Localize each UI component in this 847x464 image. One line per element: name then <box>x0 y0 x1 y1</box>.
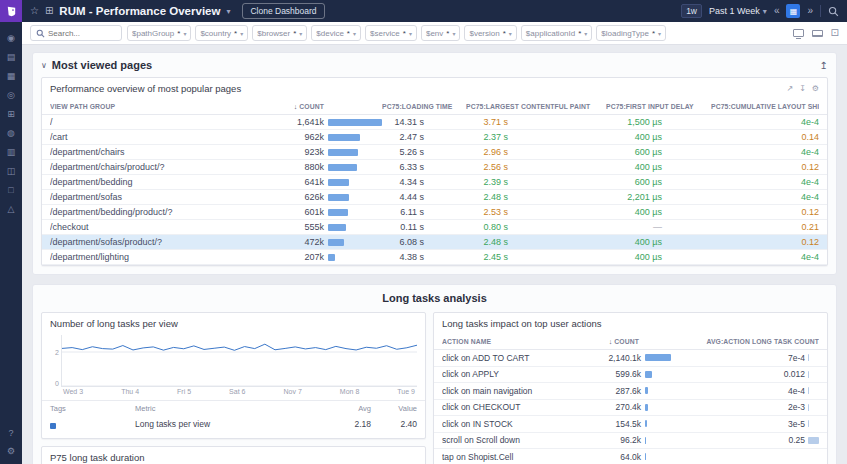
favorite-star-icon[interactable]: ☆ <box>30 6 39 16</box>
loading-time-value: 6.11 s <box>382 207 424 217</box>
view-path-cell[interactable]: /department/sofas/product/? <box>50 237 270 247</box>
table-row[interactable]: /department/lighting207k4.38 s2.45 s400 … <box>42 250 827 265</box>
monitors-icon[interactable]: ◎ <box>7 91 15 100</box>
view-path-cell[interactable]: /department/sofas <box>50 192 270 202</box>
security-icon[interactable]: □ <box>8 186 13 195</box>
column-header-cls[interactable]: PC75:CUMULATIVE LAYOUT SHIFT <box>711 103 819 110</box>
table-row[interactable]: /department/bedding641k4.34 s2.39 s600 µ… <box>42 175 827 190</box>
table-row[interactable]: /1,641k14.31 s3.71 s1,500 µs4e-4 <box>42 115 827 130</box>
time-range-shortcut[interactable]: 1w <box>681 4 702 18</box>
filter-variable-version[interactable]: $version*▾ <box>464 25 516 41</box>
column-header-fid[interactable]: PC75:FIRST INPUT DELAY <box>606 103 711 110</box>
action-name-cell[interactable]: click on IN STOCK <box>442 419 559 429</box>
clone-dashboard-button[interactable]: Clone Dashboard <box>242 3 324 19</box>
view-path-cell[interactable]: /department/bedding/product/? <box>50 207 270 217</box>
count-bar-fill <box>328 254 335 261</box>
table-row[interactable]: click on ADD TO CART2,140.1k7e-4 <box>434 350 827 367</box>
infrastructure-icon[interactable]: ▦ <box>7 72 16 81</box>
table-row[interactable]: /department/bedding/product/?601k6.11 s2… <box>42 205 827 220</box>
table-row[interactable]: click on CHECKOUT270.4k2e-3 <box>434 400 827 417</box>
avg-bar <box>808 404 819 411</box>
action-name-cell[interactable]: tap on Shopist.Cell <box>442 452 559 462</box>
fullscreen-icon[interactable]: ⊡ <box>831 28 839 38</box>
cls-value: 4e-4 <box>801 177 819 187</box>
share-icon[interactable]: ↥ <box>820 60 828 71</box>
laptop-icon[interactable] <box>812 30 823 37</box>
table-row[interactable]: /checkout555k0.11 s0.80 s—0.21 <box>42 220 827 235</box>
action-name-cell[interactable]: click on ADD TO CART <box>442 353 559 363</box>
filter-variable-applicationId[interactable]: $applicationId*▾ <box>521 25 593 41</box>
table-row[interactable]: click on main navigation287.6k4e-4 <box>434 383 827 400</box>
column-header-count[interactable]: ↓COUNT <box>270 103 382 110</box>
search-input[interactable] <box>48 29 116 38</box>
view-path-cell[interactable]: /department/lighting <box>50 252 270 262</box>
layout-grid-icon[interactable]: ▦ <box>786 4 800 18</box>
dashboards-list-icon[interactable]: ⊞ <box>45 6 53 16</box>
filter-variable-service[interactable]: $service*▾ <box>365 25 417 41</box>
loading-time-value: 4.34 s <box>382 177 424 187</box>
avg-long-task-cell: 7e-4 <box>671 353 819 363</box>
action-name-cell[interactable]: scroll on Scroll down <box>442 435 559 445</box>
column-header-avg-long-task-count[interactable]: AVG:ACTION LONG TASK COUNT <box>671 338 819 345</box>
tv-mode-icon[interactable] <box>793 29 804 37</box>
watchdog-icon[interactable]: ◉ <box>7 34 15 43</box>
widget-settings-gear-icon[interactable]: ⚙ <box>812 84 819 93</box>
search-icon[interactable] <box>828 6 839 17</box>
view-path-cell[interactable]: /department/chairs/product/? <box>50 162 270 172</box>
filter-variable-pathGroup[interactable]: $pathGroup*▾ <box>127 25 191 41</box>
previous-timeframe-icon[interactable]: « <box>774 6 780 16</box>
filter-variable-loadingType[interactable]: $loadingType*▾ <box>596 25 666 41</box>
rum-icon[interactable]: △ <box>8 205 15 214</box>
filter-variable-browser[interactable]: $browser*▾ <box>252 25 307 41</box>
help-icon[interactable]: ? <box>8 429 13 438</box>
table-row[interactable]: /department/chairs/product/?880k6.33 s2.… <box>42 160 827 175</box>
widget-header: Performance overview of most popular pag… <box>42 78 827 98</box>
view-path-cell[interactable]: /department/chairs <box>50 147 270 157</box>
column-header-path[interactable]: VIEW PATH GROUP <box>50 103 270 110</box>
table-row[interactable]: click on IN STOCK154.5k3e-5 <box>434 416 827 433</box>
integrations-icon[interactable]: ⊞ <box>7 110 15 119</box>
view-path-cell[interactable]: /cart <box>50 132 270 142</box>
collapse-chevron-icon[interactable]: ∨ <box>41 61 47 70</box>
title-chevron-down-icon[interactable]: ▾ <box>226 7 230 16</box>
table-row[interactable]: tap on Shopist.Cell64.0k <box>434 449 827 464</box>
legend-row[interactable]: Long tasks per view 2.18 2.40 <box>50 415 417 433</box>
time-range-selector[interactable]: Past 1 Week ▾ <box>709 6 767 16</box>
view-path-cell[interactable]: /checkout <box>50 222 270 232</box>
loading-time-cell: 2.47 s <box>382 132 466 142</box>
filter-variable-device[interactable]: $device*▾ <box>311 25 361 41</box>
settings-gear-icon[interactable]: ⚙ <box>7 447 15 456</box>
download-icon[interactable]: ↧ <box>799 84 806 93</box>
search-box[interactable] <box>30 25 122 41</box>
logs-icon[interactable]: ◫ <box>7 167 16 176</box>
tasks-chart-xlabels: Wed 3Thu 4Fri 5Sat 6Nov 7Mon 8Tue 9 <box>63 388 415 395</box>
column-header-loading-time[interactable]: PC75:LOADING TIME <box>382 103 466 110</box>
table-row[interactable]: click on APPLY599.6k0.012 <box>434 367 827 384</box>
filter-variable-env[interactable]: $env*▾ <box>421 25 461 41</box>
table-row[interactable]: /department/sofas626k4.44 s2.48 s2,201 µ… <box>42 190 827 205</box>
cls-cell: 4e-4 <box>711 147 819 157</box>
metrics-icon[interactable]: ▤ <box>7 53 16 62</box>
column-header-lcp[interactable]: PC75:LARGEST CONTENTFUL PAINT <box>466 103 606 110</box>
topbar-right-controls: 1w Past 1 Week ▾ « ▦ » <box>681 4 839 18</box>
next-timeframe-icon[interactable]: » <box>807 6 813 16</box>
filter-variable-country[interactable]: $country*▾ <box>195 25 248 41</box>
table-row[interactable]: scroll on Scroll down96.2k0.25 <box>434 433 827 450</box>
action-name-cell[interactable]: click on main navigation <box>442 386 559 396</box>
tasks-line-chart[interactable] <box>61 335 417 387</box>
view-path-cell[interactable]: / <box>50 117 270 127</box>
view-path-cell[interactable]: /department/bedding <box>50 177 270 187</box>
column-header-action-name[interactable]: ACTION NAME <box>442 338 559 345</box>
action-name-cell[interactable]: click on APPLY <box>442 369 559 379</box>
apm-icon[interactable]: ◍ <box>7 129 15 138</box>
table-row[interactable]: /department/chairs923k5.26 s2.96 s600 µs… <box>42 145 827 160</box>
action-name-cell[interactable]: click on CHECKOUT <box>442 402 559 412</box>
count-cell: 1,641k <box>270 117 382 127</box>
variable-value: * <box>652 29 655 38</box>
table-row[interactable]: /cart962k2.47 s2.37 s400 µs0.14 <box>42 130 827 145</box>
datadog-logo[interactable] <box>0 0 22 22</box>
column-header-count[interactable]: ↓COUNT <box>559 338 671 345</box>
table-row[interactable]: /department/sofas/product/?472k6.08 s2.4… <box>42 235 827 250</box>
notebooks-icon[interactable]: ▥ <box>7 148 16 157</box>
expand-icon[interactable]: ↗ <box>786 84 793 93</box>
